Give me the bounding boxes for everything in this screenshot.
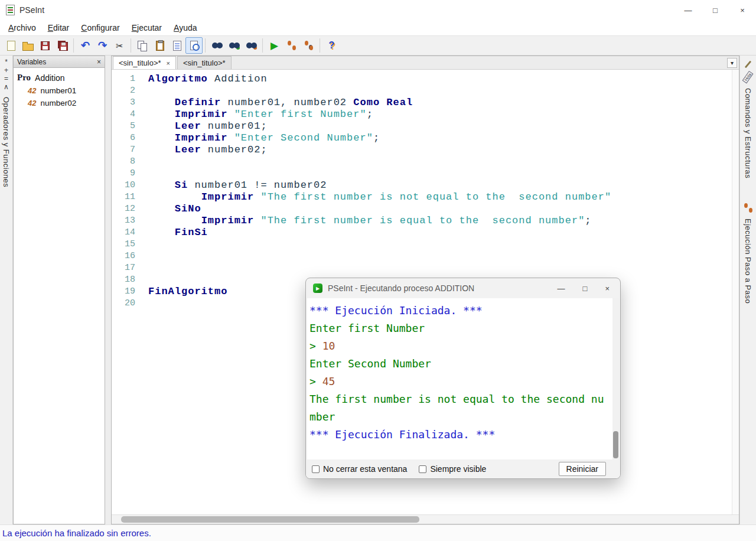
right-dock-strip: Hola Comandos y Estructuras Ejecución Pa… <box>739 56 756 524</box>
line-number: 8 <box>112 156 135 168</box>
checkbox-unchecked-icon[interactable] <box>419 465 426 473</box>
status-bar: La ejecución ha finalizado sin errores. <box>0 524 756 541</box>
operators-panel-tab[interactable]: Operadores y Funciones <box>2 97 11 187</box>
variable-name: number02 <box>40 99 76 107</box>
help-button[interactable]: ? <box>323 37 340 54</box>
left-dock-strip: *+=∧ Operadores y Funciones <box>0 56 13 524</box>
tab-strip: <sin_titulo>*×<sin_titulo>* <box>113 56 233 69</box>
keyword-token: Imprimir <box>175 132 228 144</box>
variables-panel-close-icon[interactable]: × <box>97 58 101 66</box>
menu-item-archivo[interactable]: Archivo <box>2 22 42 34</box>
tab-close-icon[interactable]: × <box>167 60 170 67</box>
code-token: ; <box>373 132 380 144</box>
find-next-button[interactable] <box>226 37 243 54</box>
code-line: Definir number01, number02 Como Real <box>148 97 732 109</box>
editor-vertical-scrollbar[interactable] <box>732 70 739 514</box>
find-button[interactable] <box>208 37 226 54</box>
menu-item-ayuda[interactable]: Ayuda <box>168 22 203 34</box>
undo-button[interactable]: ↶ <box>77 37 94 54</box>
editor-tab[interactable]: <sin_titulo>*× <box>113 56 176 69</box>
keyword-token: Algoritmo <box>148 73 208 84</box>
panel-splitter[interactable] <box>105 56 111 524</box>
operator-palette-icon[interactable]: ∧ <box>4 83 9 91</box>
line-number: 2 <box>112 85 135 97</box>
console-output: *** Ejecución Iniciada. ***Enter first N… <box>307 298 608 444</box>
open-button[interactable] <box>19 37 37 54</box>
dialog-maximize-button[interactable]: □ <box>583 284 588 293</box>
code-line: Imprimir "The first number is not equal … <box>148 191 732 203</box>
keyword-token: SiNo <box>175 203 201 214</box>
close-button[interactable]: × <box>729 0 756 20</box>
new-file-icon <box>7 41 15 51</box>
console-line: *** Ejecución Finalizada. *** <box>309 426 608 444</box>
menu-item-editar[interactable]: Editar <box>42 22 76 34</box>
commands-panel-tab[interactable]: Comandos y Estructuras <box>744 88 752 178</box>
variable-name: number01 <box>40 86 76 95</box>
copy-button[interactable] <box>134 37 151 54</box>
variable-row[interactable]: 42number02 <box>28 99 101 107</box>
menu-item-ejecutar[interactable]: Ejecutar <box>126 22 168 34</box>
run-button[interactable]: ▶ <box>266 37 283 54</box>
console-scrollbar-thumb[interactable] <box>613 431 618 458</box>
variable-row[interactable]: 42number01 <box>28 86 101 95</box>
real-type-icon: 42 <box>28 86 36 95</box>
chevron-down-icon: ▾ <box>731 60 734 66</box>
always-visible-checkbox[interactable]: Siempre visible <box>419 464 486 474</box>
no-close-checkbox[interactable]: No cerrar esta ventana <box>312 464 407 474</box>
dialog-minimize-button[interactable]: — <box>558 284 565 293</box>
replace-button[interactable] <box>243 37 260 54</box>
console-line: > 10 <box>309 337 608 355</box>
step-find-button[interactable] <box>300 37 317 54</box>
always-visible-label: Siempre visible <box>430 464 486 474</box>
keyword-token: Imprimir <box>201 215 255 226</box>
code-token <box>148 97 175 108</box>
restart-button[interactable]: Reiniciar <box>559 462 606 476</box>
operator-palette-icon[interactable]: + <box>4 66 8 74</box>
play-icon: ▶ <box>316 286 320 291</box>
code-line: SiNo <box>148 203 732 215</box>
checkbox-unchecked-icon[interactable] <box>312 465 320 473</box>
code-line: Imprimir "Enter first Number"; <box>148 109 732 120</box>
operator-palette-icon[interactable]: * <box>5 58 8 66</box>
dialog-close-button[interactable]: × <box>605 284 610 293</box>
code-line <box>148 250 732 262</box>
format-button[interactable] <box>168 37 185 54</box>
title-bar: PSeInt — □ × <box>0 0 756 20</box>
code-token <box>148 180 175 191</box>
paste-button[interactable] <box>151 37 168 54</box>
console-scrollbar[interactable] <box>612 298 619 459</box>
editor-horizontal-scrollbar[interactable] <box>112 514 739 524</box>
save-button[interactable] <box>37 37 54 54</box>
execution-window-titlebar[interactable]: ▶ PSeInt - Ejecutando proceso ADDITION —… <box>306 278 620 298</box>
save-all-button[interactable] <box>54 37 71 54</box>
preview-button[interactable] <box>185 37 203 54</box>
redo-button[interactable]: ↷ <box>94 37 111 54</box>
execution-window-footer: No cerrar esta ventana Siempre visible R… <box>306 459 620 478</box>
code-line <box>148 156 732 168</box>
line-numbers: 1234567891011121314151617181920 <box>112 70 141 514</box>
maximize-button[interactable]: □ <box>702 0 729 20</box>
minimize-button[interactable]: — <box>674 0 702 20</box>
toolbar-separator <box>320 38 321 53</box>
code-token: number02; <box>201 144 268 155</box>
pseint-logo-icon <box>6 5 15 15</box>
cut-button[interactable]: ✂ <box>111 37 128 54</box>
line-number: 13 <box>112 215 135 227</box>
no-close-label: No cerrar esta ventana <box>323 464 407 474</box>
line-number: 16 <box>112 250 135 262</box>
tab-list-dropdown-button[interactable]: ▾ <box>727 58 737 68</box>
editor-tab[interactable]: <sin_titulo>* <box>177 56 232 69</box>
console-in-text: 10 <box>322 340 335 352</box>
menu-item-configurar[interactable]: Configurar <box>75 22 125 34</box>
scrollbar-thumb[interactable] <box>121 516 419 523</box>
toolbar: ↶↷✂▶? <box>0 35 756 56</box>
line-number: 12 <box>112 203 135 215</box>
new-button[interactable] <box>2 37 19 54</box>
step-button[interactable] <box>283 37 300 54</box>
line-number: 10 <box>112 180 135 191</box>
replace-icon <box>246 42 257 49</box>
operator-palette-icon[interactable]: = <box>4 74 8 83</box>
code-token: number01; <box>201 120 268 132</box>
process-row[interactable]: Pro Addition <box>17 73 101 83</box>
step-execution-panel-tab[interactable]: Ejecución Paso a Paso <box>744 219 752 304</box>
